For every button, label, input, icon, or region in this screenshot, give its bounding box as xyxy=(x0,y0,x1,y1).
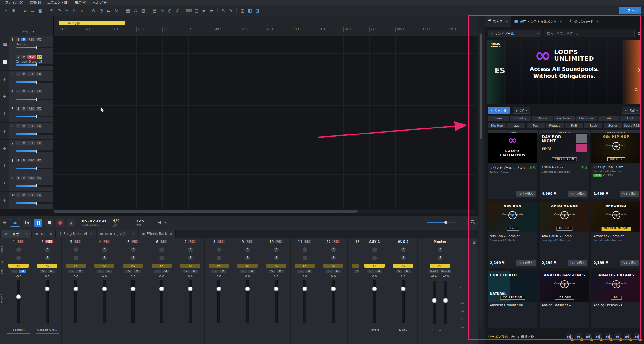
track-fx-button[interactable]: FX xyxy=(36,72,42,76)
channel-mute-button[interactable]: M xyxy=(248,270,255,273)
track-rec-button[interactable]: REC xyxy=(27,38,35,41)
track-solo-button[interactable]: S xyxy=(16,72,20,76)
dock-tab[interactable]: ミキサー × xyxy=(1,230,31,238)
track-rec-button[interactable]: REC xyxy=(27,90,35,93)
grid-view-icon[interactable]: ▦ xyxy=(125,7,131,14)
matrix-icon[interactable]: ▥ xyxy=(140,7,147,14)
genre-chip[interactable]: Pop xyxy=(527,123,545,128)
menu-item[interactable]: エフェクト(E) xyxy=(44,0,72,5)
track-rec-button[interactable]: REC xyxy=(27,159,35,162)
fader-thumb[interactable] xyxy=(45,287,50,291)
channel-fader[interactable] xyxy=(246,280,249,323)
product-card[interactable]: 90s RNB Complete Bundle R&B 90s RnB – Co… xyxy=(488,202,537,268)
output-volume-icon[interactable] xyxy=(158,221,162,224)
soundpool-speaker-icon[interactable] xyxy=(605,333,612,340)
send1-knob[interactable] xyxy=(130,247,136,252)
channel-mute-button[interactable]: M xyxy=(404,270,411,273)
send1-knob[interactable] xyxy=(401,247,406,252)
master-knob[interactable] xyxy=(437,255,443,261)
send1-knob[interactable] xyxy=(45,247,50,252)
send2-knob[interactable] xyxy=(188,255,193,261)
genre-chip[interactable]: Blues xyxy=(488,116,509,121)
track-solo-button[interactable]: S xyxy=(16,124,20,128)
genre-chip[interactable]: Score xyxy=(604,123,622,128)
track-rec-button[interactable]: REC xyxy=(27,107,35,111)
track-mute-button[interactable]: M xyxy=(21,90,26,93)
track-fx-button[interactable]: FX xyxy=(36,38,42,41)
channel-fx-button[interactable]: FX xyxy=(8,264,29,268)
store-button[interactable]: ストア xyxy=(619,7,641,14)
channel-solo-button[interactable]: S xyxy=(154,270,161,273)
horizontal-scrollbar[interactable] xyxy=(53,210,475,213)
channel-mute-button[interactable]: M xyxy=(134,270,141,273)
channel-rec-badge[interactable]: REC xyxy=(304,240,311,243)
track-rec-button[interactable]: REC xyxy=(27,72,35,76)
menu-item[interactable]: ファイル(D) xyxy=(2,0,26,5)
channel-fx-button[interactable]: FX xyxy=(364,264,385,268)
slider-thumb[interactable] xyxy=(444,221,447,224)
soundpool-speaker-icon[interactable] xyxy=(634,333,641,340)
genre-chip[interactable]: Dance xyxy=(532,116,553,121)
dock-tab[interactable]: メモ × xyxy=(32,230,56,238)
track-volume-slider[interactable] xyxy=(16,133,53,135)
buy-now-button[interactable]: 今すぐ購入 xyxy=(620,260,639,266)
track-mute-button[interactable]: M xyxy=(21,72,26,76)
master-fader-left[interactable] xyxy=(433,281,436,324)
send1-knob[interactable] xyxy=(302,247,308,252)
toolbar-separator[interactable] xyxy=(149,8,149,13)
send2-knob[interactable] xyxy=(372,255,377,261)
vertical-scrollbar[interactable] xyxy=(479,31,482,327)
store-settings-icon[interactable]: ⚙ xyxy=(637,31,641,36)
store-tab[interactable]: ストア × xyxy=(485,16,511,27)
split-icon[interactable]: ✄ xyxy=(71,7,78,14)
track-fx-button[interactable]: FX xyxy=(36,90,42,93)
settings-icon[interactable]: ⚙ xyxy=(10,7,17,14)
track-fx-button[interactable]: FX xyxy=(36,141,42,145)
send2-knob[interactable] xyxy=(45,255,50,261)
fader-thumb[interactable] xyxy=(159,287,164,291)
channel-fader[interactable] xyxy=(74,280,77,323)
close-tab-icon[interactable]: × xyxy=(49,232,52,236)
undo-icon[interactable]: ↶ xyxy=(48,7,55,14)
genre-chip[interactable]: Folk xyxy=(598,116,619,121)
add-track-button[interactable]: + xyxy=(0,192,9,209)
fader-thumb[interactable] xyxy=(372,287,377,291)
category-dropdown[interactable]: サウンドプール▾ xyxy=(488,30,541,37)
channel-fx-button[interactable]: FX xyxy=(393,264,413,268)
channel-solo-button[interactable]: S xyxy=(240,270,247,273)
add-track-button[interactable]: + xyxy=(0,71,9,88)
record-button[interactable] xyxy=(56,219,64,227)
channel-solo-button[interactable]: S xyxy=(269,270,275,273)
product-card[interactable]: DAY FOR NIGHT BEATS COLLECTION 100% Tech… xyxy=(540,133,589,199)
track-fx-button[interactable]: FX xyxy=(37,55,43,59)
channel-fader[interactable] xyxy=(103,280,106,323)
pause-button[interactable] xyxy=(34,219,42,227)
product-card[interactable]: CHILL DEATH NATURAL COLLECTION Ambient C… xyxy=(488,271,537,328)
track-mute-button[interactable]: M xyxy=(21,193,26,197)
track-solo-button[interactable]: S xyxy=(16,90,20,93)
send2-knob[interactable] xyxy=(274,255,279,261)
send2-knob[interactable] xyxy=(159,255,164,261)
track-volume-slider[interactable] xyxy=(16,116,53,117)
channel-mute-button[interactable]: M xyxy=(76,270,83,273)
genre-chip[interactable]: Electronic xyxy=(576,116,597,121)
dock-bottom-icon[interactable]: ◧ xyxy=(247,7,253,14)
product-card[interactable]: ANALOG DREAMS Complete Bundle 80s Analog… xyxy=(591,271,641,328)
stop-button[interactable] xyxy=(45,219,53,227)
track-rec-button[interactable]: REC xyxy=(27,124,35,128)
track-fx-button[interactable]: FX xyxy=(36,124,42,128)
track-solo-button[interactable]: S xyxy=(16,38,20,41)
track-mute-button[interactable]: M xyxy=(21,159,26,162)
channel-rec-badge[interactable]: REC xyxy=(275,240,283,243)
track-solo-button[interactable]: S xyxy=(16,107,20,111)
add-track-button[interactable]: + xyxy=(0,123,9,139)
arrangement-menu-icon[interactable]: ☰ xyxy=(3,221,7,225)
channel-mute-button[interactable]: M xyxy=(277,270,284,273)
channel-solo-button[interactable]: S xyxy=(367,270,374,273)
fader-thumb[interactable] xyxy=(443,298,448,303)
genre-chip[interactable]: Country xyxy=(510,116,531,121)
channel-fader[interactable] xyxy=(46,280,49,323)
genre-chip[interactable]: Jazz xyxy=(507,123,525,128)
fader-thumb[interactable] xyxy=(131,287,136,291)
track-mute-button[interactable]: M xyxy=(21,124,26,128)
